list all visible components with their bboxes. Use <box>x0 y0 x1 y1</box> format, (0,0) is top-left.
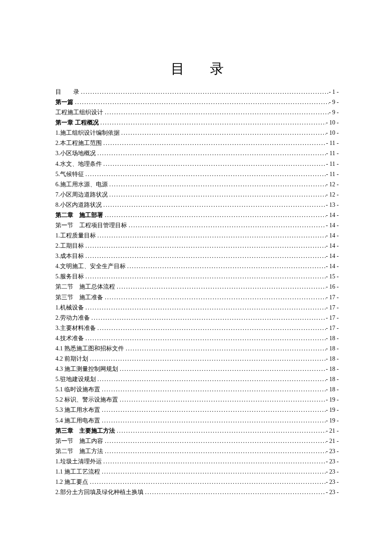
toc-entry-label: 2.劳动力准备 <box>55 313 90 323</box>
toc-entry-label: 工程施工组织设计 <box>55 107 103 118</box>
toc-leader-dots <box>79 87 329 97</box>
toc-leader-dots <box>102 457 326 467</box>
toc-entry-page: - 1 - <box>329 87 339 97</box>
toc-entry: 第三节 施工准备- 17 - <box>55 292 339 303</box>
toc-leader-dots <box>103 436 326 446</box>
toc-entry-label: 3.小区场地概况 <box>55 148 96 159</box>
toc-entry-label: 第三节 施工准备 <box>55 292 103 303</box>
toc-entry: 5.3 施工用水布置- 19 - <box>55 405 339 415</box>
table-of-contents: 目 录- 1 -第一篇- 9 -工程施工组织设计- 9 -第一章 工程概况- 1… <box>55 87 339 497</box>
toc-leader-dots <box>96 231 326 241</box>
toc-entry-label: 2.部分土方回填及绿化种植土换填 <box>55 487 144 497</box>
page-title: 目录 <box>55 60 339 78</box>
toc-leader-dots <box>127 220 326 231</box>
toc-entry: 第一节 施工内容- 21 - <box>55 436 339 446</box>
toc-entry: 第二节 施工方法- 23 - <box>55 446 339 457</box>
toc-leader-dots <box>102 200 326 210</box>
toc-entry-label: 5.2 标识、警示设施布置 <box>55 395 118 405</box>
toc-entry-label: 5.驻地建设规划 <box>55 374 96 384</box>
toc-entry-page: - 17 - <box>326 303 339 313</box>
toc-entry-label: 4.水文、地理条件 <box>55 159 102 169</box>
toc-entry-page: - 19 - <box>326 395 339 405</box>
toc-entry-page: - 9 - <box>329 107 339 118</box>
toc-entry-page: - 14 - <box>326 210 339 220</box>
toc-entry-label: 第二章 施工部署 <box>55 210 103 220</box>
toc-entry-label: 第一章 工程概况 <box>55 118 99 128</box>
toc-leader-dots <box>144 487 326 497</box>
toc-leader-dots <box>103 292 326 303</box>
toc-entry-page: - 14 - <box>326 220 339 231</box>
toc-entry-page: - 14 - <box>326 261 339 272</box>
toc-leader-dots <box>96 374 326 384</box>
toc-entry-label: 5.4 施工用电布置 <box>55 416 100 426</box>
toc-entry-label: 4.技术准备 <box>55 333 84 344</box>
toc-entry-label: 3.成本目标 <box>55 251 84 261</box>
toc-entry: 4.水文、地理条件- 11 - <box>55 159 339 169</box>
toc-entry-page: - 18 - <box>326 354 339 364</box>
toc-entry: 第二节 施工总体流程- 16 - <box>55 282 339 292</box>
toc-leader-dots <box>84 251 326 261</box>
toc-entry-page: - 9 - <box>329 97 339 107</box>
toc-entry-page: - 23 - <box>326 477 339 487</box>
toc-entry-label: 4.1 熟悉施工图和招标文件 <box>55 344 124 354</box>
toc-entry-label: 4.3 施工测量控制网规划 <box>55 364 118 374</box>
toc-entry-label: 5.3 施工用水布置 <box>55 405 100 415</box>
title-char-2: 录 <box>210 61 224 76</box>
toc-entry-page: - 23 - <box>326 487 339 497</box>
toc-leader-dots <box>115 282 326 292</box>
toc-entry-page: - 10 - <box>326 128 339 138</box>
toc-entry-label: 8.小区内道路状况 <box>55 200 102 210</box>
toc-entry-page: - 10 - <box>326 118 339 128</box>
toc-entry-label: 4.文明施工、安全生产目标 <box>55 261 126 272</box>
toc-entry: 4.3 施工测量控制网规划- 18 - <box>55 364 339 374</box>
toc-leader-dots <box>102 138 326 148</box>
toc-entry-label: 1.1 施工工艺流程 <box>55 467 100 477</box>
toc-entry-page: - 18 - <box>326 333 339 344</box>
toc-entry-page: - 14 - <box>326 241 339 251</box>
title-char-1: 目 <box>171 61 184 76</box>
toc-entry: 5.4 施工用电布置- 19 - <box>55 416 339 426</box>
toc-entry-label: 1.2 施工要点 <box>55 477 88 487</box>
toc-leader-dots <box>120 128 326 138</box>
toc-leader-dots <box>100 416 326 426</box>
toc-entry-page: - 21 - <box>326 426 339 436</box>
toc-entry-page: - 12 - <box>326 179 339 190</box>
toc-leader-dots <box>108 190 326 200</box>
toc-entry: 3.小区场地概况- 11 - <box>55 148 339 159</box>
toc-entry: 8.小区内道路状况- 13 - <box>55 200 339 210</box>
toc-entry-page: - 18 - <box>326 344 339 354</box>
toc-entry-label: 1.机械设备 <box>55 303 84 313</box>
toc-leader-dots <box>100 467 326 477</box>
toc-entry-label: 2.工期目标 <box>55 241 84 251</box>
toc-entry-page: - 14 - <box>326 251 339 261</box>
toc-leader-dots <box>115 426 326 436</box>
toc-entry: 2.本工程施工范围- 11 - <box>55 138 339 148</box>
toc-entry-label: 第一节 工程项目管理目标 <box>55 220 127 231</box>
toc-entry: 1.机械设备- 17 - <box>55 303 339 313</box>
toc-entry: 第一章 工程概况- 10 - <box>55 118 339 128</box>
toc-entry-page: - 17 - <box>326 313 339 323</box>
toc-entry-page: - 11 - <box>326 159 339 169</box>
toc-entry-label: 5.1 临时设施布置 <box>55 384 100 395</box>
toc-entry: 5.气候特征- 11 - <box>55 169 339 179</box>
toc-entry-label: 第三章 主要施工方法 <box>55 426 115 436</box>
toc-leader-dots <box>102 159 326 169</box>
toc-entry-page: - 15 - <box>326 272 339 282</box>
toc-entry: 目 录- 1 - <box>55 87 339 97</box>
toc-entry-label: 5.气候特征 <box>55 169 84 179</box>
toc-entry: 4.文明施工、安全生产目标- 14 - <box>55 261 339 272</box>
toc-entry-page: - 23 - <box>326 446 339 457</box>
toc-leader-dots <box>103 107 329 118</box>
toc-entry-label: 3.主要材料准备 <box>55 323 96 333</box>
toc-entry: 第一节 工程项目管理目标- 14 - <box>55 220 339 231</box>
toc-leader-dots <box>84 333 326 344</box>
toc-entry-page: - 13 - <box>326 200 339 210</box>
toc-entry-label: 目 录 <box>55 87 79 97</box>
toc-entry-page: - 19 - <box>326 416 339 426</box>
toc-entry-page: - 14 - <box>326 231 339 241</box>
toc-entry: 1.施工组织设计编制依据- 10 - <box>55 128 339 138</box>
toc-entry-page: - 18 - <box>326 384 339 395</box>
toc-entry: 5.2 标识、警示设施布置- 19 - <box>55 395 339 405</box>
toc-entry-page: - 23 - <box>326 457 339 467</box>
toc-leader-dots <box>124 344 326 354</box>
